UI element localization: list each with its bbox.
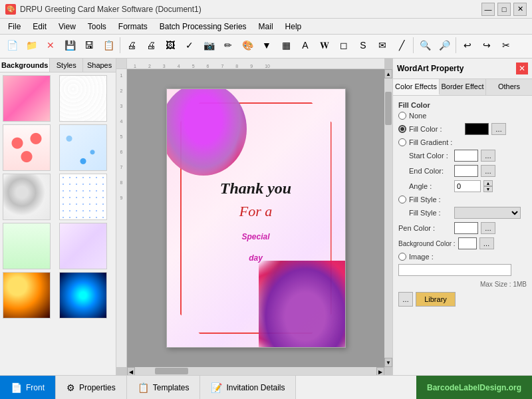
tb-redo[interactable]: ↪	[477, 36, 496, 55]
menu-view[interactable]: View	[53, 21, 81, 33]
bg-color-swatch[interactable]	[458, 237, 477, 249]
tb-s[interactable]: S	[354, 36, 372, 55]
radio-fill-gradient[interactable]	[398, 138, 406, 146]
image-path-input[interactable]	[398, 264, 511, 276]
radio-none[interactable]	[398, 112, 406, 120]
properties-icon: ⚙	[66, 382, 75, 393]
scroll-thumb-v[interactable]	[385, 92, 392, 125]
end-color-btn[interactable]: …	[481, 165, 495, 177]
tb-cut[interactable]: ✂	[497, 36, 515, 55]
scroll-left-arrow[interactable]: ◀	[127, 367, 135, 375]
tb-image[interactable]: 🖼	[161, 36, 180, 55]
menu-help[interactable]: Help	[280, 21, 307, 33]
tab-front[interactable]: 📄 Front	[0, 376, 56, 399]
bg-item-1[interactable]	[3, 75, 51, 122]
panel-scroll[interactable]	[0, 72, 116, 375]
bg-item-4[interactable]	[59, 124, 107, 171]
menu-formats[interactable]: Formats	[113, 21, 153, 33]
tb-mail[interactable]: ✉	[373, 36, 392, 55]
bg-item-6[interactable]	[59, 174, 107, 220]
angle-spin-up[interactable]: ▲	[483, 180, 493, 186]
canvas-scrollbar-horizontal[interactable]: ◀ ▶	[127, 367, 384, 375]
tab-border-effect[interactable]: Border Effect	[440, 79, 486, 95]
bg-item-5[interactable]	[3, 174, 51, 220]
tb-undo[interactable]: ↩	[458, 36, 477, 55]
tb-line[interactable]: ╱	[392, 36, 411, 55]
tb-new[interactable]: 📄	[3, 36, 21, 55]
image-browse-btn[interactable]: …	[398, 292, 413, 307]
angle-spin-down[interactable]: ▼	[483, 186, 493, 192]
tab-others[interactable]: Others	[486, 79, 532, 95]
bg-item-10[interactable]	[59, 272, 107, 319]
wordart-title-bar: WordArt Property ✕	[393, 59, 532, 79]
tab-styles[interactable]: Styles	[50, 59, 83, 72]
tab-invitation-details[interactable]: 📝 Invitation Details	[200, 376, 296, 399]
tab-backgrounds[interactable]: Backgrounds	[0, 59, 50, 72]
tb-wordart[interactable]: 𝐖	[315, 36, 334, 55]
angle-input[interactable]	[454, 180, 481, 192]
templates-label: Templates	[153, 383, 190, 392]
bottom-buttons: … Library	[398, 292, 527, 307]
angle-spinner: ▲ ▼	[483, 180, 493, 192]
bg-item-3[interactable]	[3, 124, 51, 171]
tb-paint[interactable]: 🎨	[238, 36, 257, 55]
tb-text[interactable]: A	[296, 36, 315, 55]
tab-color-effects[interactable]: Color Effects	[393, 79, 440, 95]
scroll-track-v[interactable]	[384, 78, 392, 358]
tb-photo[interactable]: 📷	[200, 36, 218, 55]
scroll-up-arrow[interactable]: ▲	[384, 69, 392, 78]
menu-tools[interactable]: Tools	[82, 21, 112, 33]
scroll-track-h[interactable]	[135, 367, 376, 375]
tb-zoom-in[interactable]: 🔎	[435, 36, 454, 55]
fill-color-swatch[interactable]	[465, 123, 489, 135]
flower-bottom-right	[259, 261, 346, 348]
menu-mail[interactable]: Mail	[253, 21, 279, 33]
tb-shape[interactable]: ◻	[334, 36, 353, 55]
tb-save[interactable]: 💾	[61, 36, 79, 55]
tb-close-x[interactable]: ✕	[41, 36, 60, 55]
menu-batch-processing[interactable]: Batch Processing Series	[154, 21, 252, 33]
radio-fill-color[interactable]	[398, 125, 406, 133]
canvas-scrollbar-vertical[interactable]: ▲ ▼	[384, 69, 392, 367]
app-icon: 🎨	[5, 4, 16, 15]
scroll-thumb-h[interactable]	[155, 368, 188, 374]
tb-check[interactable]: ✓	[180, 36, 199, 55]
radio-image[interactable]	[398, 253, 406, 261]
tb-arrow-drop[interactable]: ▼	[257, 36, 276, 55]
menu-file[interactable]: File	[3, 21, 26, 33]
bg-item-8[interactable]	[59, 223, 107, 269]
tb-pen[interactable]: ✏	[219, 36, 237, 55]
tb-zoom-out[interactable]: 🔍	[416, 36, 434, 55]
tab-properties[interactable]: ⚙ Properties	[56, 376, 127, 399]
end-color-swatch[interactable]	[454, 165, 478, 177]
menu-edit[interactable]: Edit	[27, 21, 52, 33]
wordart-close-button[interactable]: ✕	[516, 63, 528, 74]
maximize-button[interactable]: □	[497, 3, 511, 16]
start-color-swatch[interactable]	[454, 150, 478, 162]
close-button[interactable]: ✕	[513, 3, 527, 16]
library-button[interactable]: Library	[416, 292, 456, 307]
tb-copy[interactable]: 📋	[99, 36, 118, 55]
tb-barcode[interactable]: ▦	[277, 36, 295, 55]
bg-item-2[interactable]	[59, 75, 107, 122]
bg-item-9[interactable]	[3, 272, 51, 319]
minimize-button[interactable]: —	[481, 3, 495, 16]
fill-color-picker-btn[interactable]: …	[491, 123, 506, 135]
tb-print[interactable]: 🖨	[122, 36, 141, 55]
tb-open[interactable]: 📁	[22, 36, 41, 55]
radio-fill-style[interactable]	[398, 196, 406, 203]
greeting-card[interactable]: Thank you For a Special day	[166, 88, 346, 348]
pen-color-swatch[interactable]	[454, 222, 478, 234]
scroll-down-arrow[interactable]: ▼	[384, 358, 392, 367]
pen-color-btn[interactable]: …	[481, 222, 495, 234]
tab-templates[interactable]: 📋 Templates	[127, 376, 201, 399]
tb-print2[interactable]: 🖨	[142, 36, 160, 55]
tab-shapes[interactable]: Shapes	[83, 59, 116, 72]
scroll-right-arrow[interactable]: ▶	[376, 367, 384, 375]
bg-item-7[interactable]	[3, 223, 51, 269]
bg-color-btn[interactable]: …	[479, 237, 494, 249]
start-color-btn[interactable]: …	[481, 150, 495, 162]
tb-save2[interactable]: 🖫	[80, 36, 98, 55]
invitation-icon: 📝	[211, 382, 222, 393]
fill-style-dropdown[interactable]	[454, 207, 521, 219]
